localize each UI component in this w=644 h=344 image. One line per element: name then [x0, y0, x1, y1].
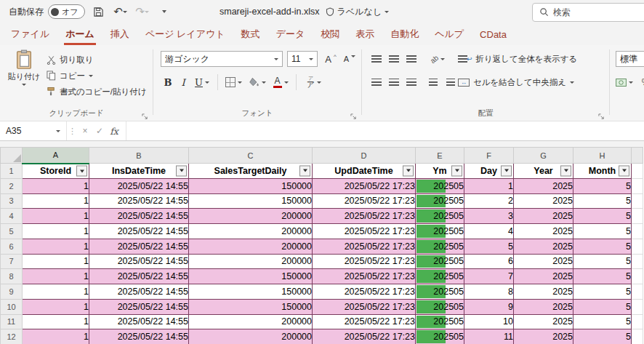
- cell-E5[interactable]: 202505: [416, 224, 464, 239]
- cancel-button[interactable]: ×: [78, 126, 92, 136]
- cell-E3[interactable]: 202505: [416, 193, 464, 209]
- filter-button-StoreId[interactable]: [76, 166, 87, 177]
- cell-A1[interactable]: StoreId: [23, 164, 89, 179]
- align-left-button[interactable]: [369, 74, 384, 90]
- wrap-text-button[interactable]: ↩ 折り返して全体を表示する: [458, 52, 577, 66]
- font-dialog-launcher[interactable]: [350, 110, 358, 117]
- tab-file[interactable]: ファイル: [3, 23, 57, 45]
- row-header-1[interactable]: 1: [1, 164, 23, 179]
- cell-H3[interactable]: 5: [573, 193, 632, 209]
- cell-B1[interactable]: InsDateTime: [89, 164, 189, 179]
- cell-F3[interactable]: 2: [464, 193, 514, 209]
- cell-F5[interactable]: 4: [464, 224, 514, 239]
- cell-B6[interactable]: 2025/05/22 14:55: [89, 239, 189, 254]
- select-all-corner[interactable]: [1, 148, 23, 164]
- tab-insert[interactable]: 挿入: [102, 23, 137, 45]
- cell-F12[interactable]: 11: [464, 329, 514, 344]
- cell-G8[interactable]: 2025: [514, 269, 573, 284]
- enter-button[interactable]: ✓: [92, 126, 107, 136]
- undo-button[interactable]: ↶: [113, 4, 129, 20]
- row-header-7[interactable]: 7: [1, 254, 23, 269]
- format-painter-button[interactable]: 書式のコピー/貼り付け: [47, 84, 147, 99]
- cell-outside[interactable]: [632, 224, 643, 239]
- filter-button-InsDateTime[interactable]: [176, 165, 187, 176]
- cell-outside[interactable]: [632, 284, 643, 300]
- number-format-select[interactable]: 標準: [616, 51, 644, 67]
- cell-D5[interactable]: 2025/05/22 17:23: [313, 224, 416, 239]
- cell-outside[interactable]: [632, 254, 643, 269]
- cell-E8[interactable]: 202505: [416, 269, 464, 284]
- tab-automate[interactable]: 自動化: [382, 23, 427, 45]
- cell-D6[interactable]: 2025/05/22 17:23: [313, 239, 416, 254]
- cell-B4[interactable]: 2025/05/22 14:55: [89, 209, 189, 224]
- row-header-5[interactable]: 5: [1, 224, 23, 239]
- column-header-A[interactable]: A: [23, 148, 89, 164]
- decrease-indent-button[interactable]: [426, 74, 440, 90]
- cell-A12[interactable]: 1: [23, 329, 89, 344]
- cell-C4[interactable]: 200000: [189, 209, 313, 224]
- cell-outside[interactable]: [632, 193, 643, 209]
- cell-A11[interactable]: 1: [23, 314, 89, 329]
- cell-A9[interactable]: 1: [23, 284, 89, 300]
- cell-A6[interactable]: 1: [23, 239, 89, 254]
- cell-D1[interactable]: UpdDateTime: [313, 164, 416, 179]
- cell-H8[interactable]: 5: [573, 269, 632, 284]
- column-header-partial[interactable]: [632, 148, 643, 164]
- borders-button[interactable]: [223, 74, 243, 90]
- align-top-button[interactable]: [369, 51, 384, 67]
- cell-C12[interactable]: 200000: [189, 329, 313, 344]
- cell-C9[interactable]: 150000: [189, 284, 313, 300]
- cell-D9[interactable]: 2025/05/22 17:23: [313, 284, 416, 300]
- cell-C8[interactable]: 150000: [189, 269, 313, 284]
- cell-outside[interactable]: [632, 329, 643, 344]
- cell-H1[interactable]: Month: [573, 164, 632, 179]
- decrease-font-size-button[interactable]: A: [341, 51, 358, 67]
- insert-function-button[interactable]: fx: [107, 126, 121, 137]
- cell-D4[interactable]: 2025/05/22 17:23: [313, 209, 416, 224]
- cell-H11[interactable]: 5: [573, 314, 632, 329]
- save-button[interactable]: [91, 4, 107, 20]
- cell-F10[interactable]: 9: [464, 299, 514, 314]
- cell-outside[interactable]: [632, 209, 643, 224]
- cell-C3[interactable]: 150000: [189, 193, 313, 209]
- cell-G3[interactable]: 2025: [514, 193, 573, 209]
- cell-G4[interactable]: 2025: [514, 209, 573, 224]
- cell-G6[interactable]: 2025: [514, 239, 573, 254]
- cell-E1[interactable]: Ym: [416, 164, 464, 179]
- row-header-2[interactable]: 2: [1, 178, 23, 193]
- cell-outside[interactable]: [632, 314, 643, 329]
- cell-H2[interactable]: 5: [573, 178, 632, 193]
- cell-E7[interactable]: 202505: [416, 254, 464, 269]
- row-header-11[interactable]: 11: [1, 314, 23, 329]
- cell-H7[interactable]: 5: [573, 254, 632, 269]
- tab-formulas[interactable]: 数式: [233, 23, 268, 45]
- name-box[interactable]: A35: [0, 121, 67, 140]
- cell-C11[interactable]: 200000: [189, 314, 313, 329]
- cell-G11[interactable]: 2025: [514, 314, 573, 329]
- tab-help[interactable]: ヘルプ: [427, 23, 472, 45]
- cell-G2[interactable]: 2025: [514, 178, 573, 193]
- row-header-4[interactable]: 4: [1, 209, 23, 224]
- cell-G9[interactable]: 2025: [514, 284, 573, 300]
- cell-outside[interactable]: [632, 299, 643, 314]
- fill-color-button[interactable]: [246, 74, 268, 90]
- quick-access-more-button[interactable]: [156, 4, 172, 20]
- cell-outside[interactable]: [632, 178, 643, 193]
- cell-D12[interactable]: 2025/05/22 17:23: [313, 329, 416, 344]
- merge-center-button[interactable]: ↔ セルを結合して中央揃え: [458, 75, 574, 89]
- cell-A8[interactable]: 1: [23, 269, 89, 284]
- cell-outside[interactable]: [632, 164, 643, 179]
- tab-view[interactable]: 表示: [347, 23, 382, 45]
- cell-A5[interactable]: 1: [23, 224, 89, 239]
- cell-B9[interactable]: 2025/05/22 14:55: [89, 284, 189, 300]
- tab-data[interactable]: データ: [268, 23, 313, 45]
- cell-H10[interactable]: 5: [573, 299, 632, 314]
- cell-E6[interactable]: 202505: [416, 239, 464, 254]
- clipboard-dialog-launcher[interactable]: [142, 110, 149, 117]
- cell-D8[interactable]: 2025/05/22 17:23: [313, 269, 416, 284]
- cell-F7[interactable]: 6: [464, 254, 514, 269]
- filter-button-Day[interactable]: [501, 165, 512, 176]
- column-header-F[interactable]: F: [464, 148, 514, 164]
- tab-review[interactable]: 校閲: [313, 23, 347, 45]
- cell-outside[interactable]: [632, 239, 643, 254]
